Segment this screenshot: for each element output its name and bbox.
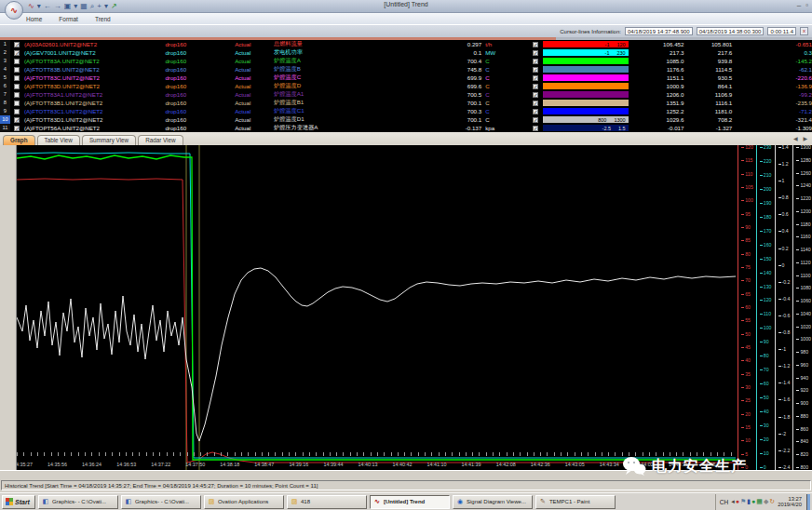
table-row[interactable]: 8(A)FTOTT83B1.UNIT2@NET2drop160Actual炉膛温… [0, 99, 812, 107]
pen-color-bar[interactable] [543, 58, 629, 64]
tab-scroll-arrows[interactable]: ◀ ▶ [793, 135, 809, 141]
app-orb-icon[interactable]: ∿ [5, 1, 23, 20]
row-number[interactable]: 2 [0, 48, 10, 57]
menu-trend[interactable]: Trend [95, 16, 111, 22]
tab-radar-view[interactable]: Radar View [138, 135, 183, 145]
table-row[interactable]: 11✓(A)FTOPT56A.UNIT2@NET2drop160Actual炉膛… [0, 124, 812, 132]
update-icon[interactable]: ↻ [769, 498, 775, 505]
signal-source: drop160 [165, 125, 235, 131]
pen-color-bar[interactable] [543, 74, 629, 81]
pen-checkbox[interactable]: ✓ [533, 59, 538, 64]
table-row[interactable]: 9(A)FTOTT83C1.UNIT2@NET2drop160Actual炉膛温… [0, 107, 812, 115]
menu-home[interactable]: Home [26, 16, 42, 22]
red-status-icon[interactable]: ● [736, 498, 739, 505]
pen-checkbox[interactable]: ✓ [533, 92, 538, 98]
row-number[interactable]: 4 [0, 65, 10, 74]
taskbar-button[interactable]: ◧Graphics- - C:\Ovati... [38, 495, 118, 509]
pen-checkbox[interactable]: ✓ [533, 75, 538, 81]
pen-checkbox[interactable]: ✓ [533, 126, 538, 131]
pen-color-bar[interactable]: -1230 [543, 49, 629, 56]
shield-icon[interactable]: ◆ [764, 498, 768, 505]
taskbar-button[interactable]: ▨418 [287, 495, 367, 509]
table-row[interactable]: 6(A)FTOTT83D.UNIT2@NET2drop160Actual炉膛温度… [0, 82, 812, 90]
cursor-time2-field[interactable]: 04/18/2019 14:38:00.300 [697, 27, 765, 35]
pen-checkbox[interactable]: ✓ [533, 109, 538, 114]
table-row[interactable]: 2✓(A)GEV7001.UNIT2@NET2drop160Actual发电机功… [0, 48, 812, 57]
cursor1-value: -0.017 [629, 125, 684, 131]
show-desktop-button[interactable] [806, 494, 810, 510]
tab-graph[interactable]: Graph [3, 135, 35, 145]
flag-icon[interactable]: ⚑ [740, 498, 746, 505]
volume-icon[interactable]: ◂ [731, 498, 735, 505]
pen-color-bar[interactable]: -1120 [543, 41, 629, 47]
pen-color-bar[interactable] [543, 83, 629, 89]
row-checkbox[interactable]: ✓ [14, 42, 20, 47]
minimize-button[interactable]: – [797, 1, 801, 9]
pen-checkbox[interactable]: ✓ [533, 101, 538, 106]
green-status-icon[interactable]: ● [751, 498, 755, 505]
taskbar-button[interactable]: ✎TEMPC1 - Paint [535, 495, 616, 509]
cursor1-value: 1252.2 [629, 108, 684, 114]
table-row[interactable]: 3(A)FTOTT83A.UNIT2@NET2drop160Actual炉膛温度… [0, 57, 812, 65]
pen-checkbox-cell: ✓ [528, 42, 543, 47]
table-row[interactable]: 1✓(A)03A02601.UNIT2@NET2drop160Actual总燃料… [0, 40, 812, 48]
table-row[interactable]: 5(A)FTOTT83C.UNIT2@NET2drop160Actual炉膛温度… [0, 74, 812, 82]
row-checkbox[interactable]: ✓ [14, 126, 20, 131]
pen-checkbox[interactable]: ✓ [533, 67, 538, 73]
trend-plot[interactable] [17, 145, 736, 470]
monitor-icon[interactable]: ▦ [756, 498, 763, 505]
row-number[interactable]: 8 [0, 99, 10, 107]
pen-color-bar[interactable] [543, 66, 629, 73]
row-checkbox[interactable] [14, 92, 20, 98]
taskbar-button[interactable]: ◧Graphics- - C:\Ovati... [121, 495, 201, 509]
trend-chart[interactable]: 14:35:2714:35:5614:36:2414:36:5314:37:22… [0, 145, 812, 470]
pen-color-bar[interactable]: 8001300 [543, 116, 629, 123]
tab-summary-view[interactable]: Summary View [82, 135, 136, 145]
row-number[interactable]: 9 [0, 107, 10, 115]
pen-checkbox[interactable]: ✓ [533, 84, 538, 89]
menu-format[interactable]: Format [59, 16, 78, 22]
cursor-time1-field[interactable]: 04/18/2019 14:37:48.900 [625, 27, 693, 35]
pen-checkbox[interactable]: ✓ [533, 50, 538, 56]
row-number[interactable]: 10 [0, 115, 10, 124]
row-number[interactable]: 7 [0, 90, 10, 99]
row-number[interactable]: 3 [0, 57, 10, 65]
cursor-info-label: Cursor-lines Information: [560, 29, 621, 34]
pen-color-bar[interactable] [543, 108, 629, 114]
taskbar-button[interactable]: ◉Signal Diagram Viewe... [453, 495, 533, 509]
row-checkbox[interactable] [14, 67, 20, 73]
row-number[interactable]: 1 [0, 40, 10, 48]
taskbar-clock[interactable]: 13:27 2019/4/20 [778, 496, 804, 507]
table-row[interactable]: 10✓(A)FTOTT83D1.UNIT2@NET2drop160Actual炉… [0, 115, 812, 124]
row-number[interactable]: 11 [0, 124, 10, 132]
pen-color-bar[interactable] [543, 100, 629, 106]
table-row[interactable]: 4(A)FTOTT83B.UNIT2@NET2drop160Actual炉膛温度… [0, 65, 812, 74]
row-checkbox[interactable] [14, 59, 20, 64]
row-checkbox[interactable]: ✓ [14, 117, 20, 123]
delta-value: -0.651 [732, 41, 812, 47]
time-label: 14:38:18 [220, 462, 239, 467]
pen-checkbox[interactable]: ✓ [533, 42, 538, 47]
language-indicator[interactable]: CH [720, 499, 728, 505]
pen-color-bar[interactable] [543, 91, 629, 98]
pen-checkbox[interactable]: ✓ [533, 117, 538, 123]
signal-name: (A)FTOTT83C1.UNIT2@NET2 [24, 108, 165, 114]
table-row[interactable]: 7(A)FTOTT83A1.UNIT2@NET2drop160Actual炉膛温… [0, 90, 812, 99]
network-icon[interactable]: ▮ [747, 498, 751, 505]
row-number[interactable]: 6 [0, 82, 10, 90]
pen-color-bar[interactable]: -2.51.5 [543, 125, 629, 131]
row-checkbox[interactable] [14, 84, 20, 89]
row-checkbox[interactable] [14, 101, 20, 106]
restore-button[interactable]: ▫ [805, 1, 808, 9]
taskbar-button[interactable]: ▨Ovation Applications [204, 495, 284, 509]
signal-mode: Actual [235, 49, 274, 56]
start-button[interactable]: Start [2, 495, 35, 509]
row-number[interactable]: 5 [0, 74, 10, 82]
tab-table-view[interactable]: Table View [37, 135, 80, 145]
row-checkbox[interactable] [14, 75, 20, 81]
row-checkbox[interactable]: ✓ [14, 50, 20, 56]
cursor-close-icon[interactable]: x [800, 27, 808, 35]
cursor1-value: 1000.9 [629, 83, 684, 89]
taskbar-button[interactable]: ∿[Untitled] Trend [370, 495, 450, 509]
row-checkbox[interactable] [14, 109, 20, 114]
